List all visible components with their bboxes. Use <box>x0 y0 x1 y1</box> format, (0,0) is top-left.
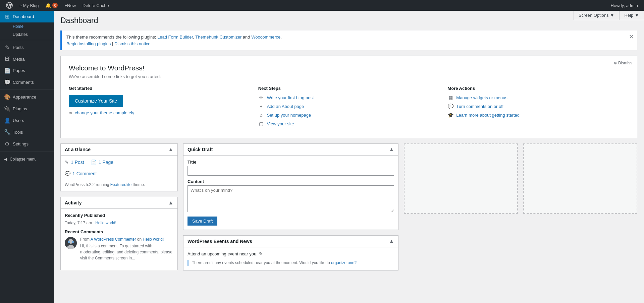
comments-toggle-icon: 💬 <box>447 104 453 109</box>
sidebar-item-dashboard[interactable]: ⊞ Dashboard <box>0 11 54 22</box>
sidebar-item-posts[interactable]: ✎ Posts <box>0 42 54 53</box>
sidebar-item-settings[interactable]: ⚙ Settings <box>0 138 54 150</box>
customize-site-button[interactable]: Customize Your Site <box>69 95 123 107</box>
begin-installing-link[interactable]: Begin installing plugins <box>66 41 111 46</box>
svg-point-4 <box>72 241 74 243</box>
svg-point-3 <box>68 241 70 243</box>
learn-more-link[interactable]: Learn more about getting started <box>456 113 520 118</box>
add-page-icon: + <box>258 104 264 109</box>
manage-widgets-link[interactable]: Manage widgets or menus <box>456 95 507 100</box>
draft-content-label: Content <box>187 179 394 184</box>
view-site-icon: ▢ <box>258 121 264 126</box>
comment-count-link[interactable]: 1 Comment <box>72 171 97 176</box>
sidebar-item-updates[interactable]: Updates <box>0 31 54 39</box>
dismiss-notice-link[interactable]: Dismiss this notice <box>114 41 151 46</box>
at-a-glance-toggle[interactable]: ▲ <box>168 146 173 153</box>
events-title: WordPress Events and News <box>187 239 252 244</box>
notifications-button[interactable]: 🔔 0 <box>42 0 61 11</box>
or-change-theme-text: or, change your theme completely <box>69 110 250 115</box>
commented-post-link[interactable]: Hello world! <box>143 237 164 242</box>
write-post-link[interactable]: Write your first blog post <box>267 95 314 100</box>
list-item: + Add an About page <box>258 104 440 109</box>
activity-title: Activity <box>65 200 82 205</box>
plugin1-link[interactable]: Lead Form Builder <box>157 35 193 40</box>
quick-draft-header[interactable]: Quick Draft ▲ <box>183 144 398 156</box>
list-item: ▢ View your site <box>258 121 440 126</box>
site-name-button[interactable]: ⌂ My Blog <box>16 0 42 11</box>
list-item: ⌂ Set up your homepage <box>258 112 440 118</box>
howdy-label: Howdy, admin <box>607 3 641 8</box>
home-icon: ⌂ <box>258 112 264 118</box>
published-post-item: Today, 7:17 am Hello world! <box>65 221 173 225</box>
events-toggle[interactable]: ▲ <box>389 238 394 244</box>
wp-version-text: WordPress 5.2.2 running Featuredlite the… <box>65 182 173 187</box>
commenter-avatar <box>65 237 77 249</box>
activity-toggle[interactable]: ▲ <box>168 200 173 206</box>
comments-icon: 💬 <box>4 79 10 85</box>
get-started-col: Get Started Customize Your Site or, chan… <box>69 86 250 130</box>
plugin2-link[interactable]: Themehunk Customizer <box>195 35 241 40</box>
help-button[interactable]: Help ▼ <box>619 11 644 20</box>
recently-published-section: Recently Published Today, 7:17 am Hello … <box>65 213 173 225</box>
sidebar-item-comments[interactable]: 💬 Comments <box>0 76 54 88</box>
draft-content-textarea[interactable] <box>187 185 394 212</box>
at-a-glance-title: At a Glance <box>65 147 91 152</box>
page-count-link[interactable]: 1 Page <box>99 160 113 165</box>
sidebar-item-pages[interactable]: 📄 Pages <box>0 65 54 76</box>
users-icon: 👤 <box>4 117 10 124</box>
list-item: ✏ Write your first blog post <box>258 95 440 100</box>
at-a-glance-header[interactable]: At a Glance ▲ <box>61 144 177 156</box>
recent-comments-heading: Recent Comments <box>65 229 173 234</box>
new-content-button[interactable]: + New <box>61 0 79 11</box>
change-theme-link[interactable]: change your theme completely <box>75 110 134 115</box>
posts-icon: ✎ <box>4 44 10 51</box>
appearance-icon: 🎨 <box>4 94 10 100</box>
page-title: Dashboard <box>60 16 637 25</box>
tools-icon: 🔧 <box>4 129 10 135</box>
page-stat-icon: 📄 <box>91 160 97 165</box>
sidebar-item-users[interactable]: 👤 Users <box>0 115 54 126</box>
add-about-link[interactable]: Add an About page <box>267 104 304 109</box>
commenter-name-link[interactable]: A WordPress Commenter <box>91 237 136 242</box>
sidebar-item-tools[interactable]: 🔧 Tools <box>0 126 54 138</box>
quick-draft-toggle[interactable]: ▲ <box>389 146 394 153</box>
plugins-icon: 🔌 <box>4 106 10 112</box>
published-post-link[interactable]: Hello world! <box>95 221 116 225</box>
post-count-link[interactable]: 1 Post <box>71 160 84 165</box>
collapse-menu-button[interactable]: ◀ Collapse menu <box>0 154 54 164</box>
sidebar-item-home[interactable]: Home <box>0 22 54 31</box>
at-glance-stats: ✎ 1 Post 📄 1 <box>65 160 173 167</box>
organize-event-link[interactable]: organize one? <box>331 260 357 265</box>
get-started-heading: Get Started <box>69 86 250 91</box>
events-widget: WordPress Events and News ▲ Attend an up… <box>183 235 398 270</box>
quick-draft-title: Quick Draft <box>187 147 213 152</box>
welcome-dismiss-button[interactable]: ⊗ Dismiss <box>613 61 632 65</box>
welcome-panel: ⊗ Dismiss Welcome to WordPress! We've as… <box>60 56 637 138</box>
media-icon: 🖼 <box>4 56 10 62</box>
plugin3-link[interactable]: Woocommerce <box>251 35 280 40</box>
theme-name-link[interactable]: Featuredlite <box>110 182 131 187</box>
sidebar-item-plugins[interactable]: 🔌 Plugins <box>0 103 54 115</box>
dashboard-bottom-row: At a Glance ▲ ✎ 1 Post <box>60 143 637 276</box>
comments-toggle-link[interactable]: Turn comments on or off <box>456 104 503 109</box>
collapse-arrow-icon: ◀ <box>4 157 7 162</box>
sidebar-item-media[interactable]: 🖼 Media <box>0 53 54 65</box>
setup-homepage-link[interactable]: Set up your homepage <box>267 113 311 118</box>
delete-cache-button[interactable]: Delete Cache <box>79 0 112 11</box>
wp-logo-button[interactable] <box>3 0 16 11</box>
recent-comments-section: Recent Comments <box>65 229 173 262</box>
more-actions-heading: More Actions <box>447 86 629 91</box>
activity-header[interactable]: Activity ▲ <box>61 197 177 209</box>
sidebar-item-appearance[interactable]: 🎨 Appearance <box>0 91 54 103</box>
view-site-link[interactable]: View your site <box>267 121 294 126</box>
settings-icon: ⚙ <box>4 141 10 147</box>
widgets-icon: ▦ <box>447 95 453 100</box>
next-steps-list: ✏ Write your first blog post + Add an Ab… <box>258 95 440 126</box>
screen-options-button[interactable]: Screen Options ▼ <box>574 11 619 20</box>
activity-body: Recently Published Today, 7:17 am Hello … <box>61 209 177 270</box>
left-section: At a Glance ▲ ✎ 1 Post <box>60 143 178 276</box>
draft-title-input[interactable] <box>187 166 394 176</box>
save-draft-button[interactable]: Save Draft <box>187 217 217 226</box>
notice-close-button[interactable]: ✕ <box>629 34 634 40</box>
events-header[interactable]: WordPress Events and News ▲ <box>183 236 398 247</box>
